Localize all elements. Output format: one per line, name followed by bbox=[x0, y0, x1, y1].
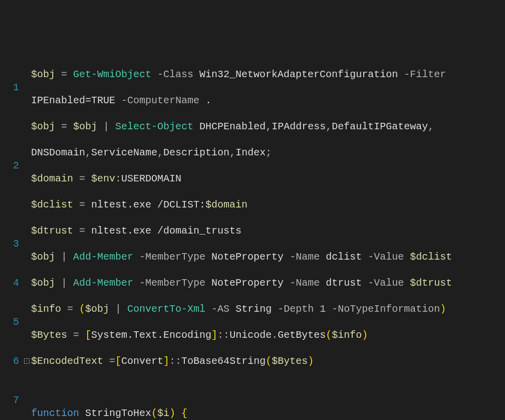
line-number: 2 bbox=[0, 159, 19, 172]
code-line[interactable]: DNSDomain,ServiceName,Description,Index; bbox=[31, 146, 505, 159]
line-number bbox=[0, 198, 19, 212]
fold-margin: - - bbox=[23, 52, 30, 420]
line-number-gutter: 1 2 3 4 5 6 7 8 9 10 11 12 13 14 15 16 1… bbox=[0, 52, 23, 420]
code-line[interactable]: $info = ($obj | ConvertTo-Xml -AS String… bbox=[31, 303, 505, 316]
line-number bbox=[0, 120, 19, 133]
code-line[interactable]: $EncodedText =[Convert]::ToBase64String(… bbox=[31, 355, 505, 368]
line-number: 5 bbox=[0, 316, 19, 329]
code-line[interactable]: function StringToHex($i) { bbox=[31, 407, 505, 420]
line-number: 3 bbox=[0, 238, 19, 251]
code-line[interactable] bbox=[31, 381, 505, 394]
code-line[interactable]: $obj | Add-Member -MemberType NoteProper… bbox=[31, 251, 505, 264]
line-number: 7 bbox=[0, 394, 19, 407]
fold-toggle-icon[interactable]: - bbox=[23, 355, 30, 368]
code-line[interactable]: IPEnabled=TRUE -ComputerName . bbox=[31, 94, 505, 107]
code-area[interactable]: $obj = Get-WmiObject -Class Win32_Networ… bbox=[30, 52, 505, 420]
code-line[interactable]: $domain = $env:USERDOMAIN bbox=[31, 172, 505, 185]
line-number: 6 bbox=[0, 355, 19, 368]
code-line[interactable]: $dclist = nltest.exe /DCLIST:$domain bbox=[31, 198, 505, 212]
code-line[interactable]: $obj = Get-WmiObject -Class Win32_Networ… bbox=[31, 68, 505, 81]
code-line[interactable]: $obj = $obj | Select-Object DHCPEnabled,… bbox=[31, 120, 505, 133]
line-number: 4 bbox=[0, 277, 19, 290]
code-line[interactable]: $obj | Add-Member -MemberType NoteProper… bbox=[31, 277, 505, 290]
code-line[interactable]: $Bytes = [System.Text.Encoding]::Unicode… bbox=[31, 329, 505, 342]
code-editor: 1 2 3 4 5 6 7 8 9 10 11 12 13 14 15 16 1… bbox=[0, 52, 505, 420]
line-number: 1 bbox=[0, 81, 19, 94]
code-line[interactable]: $dtrust = nltest.exe /domain_trusts bbox=[31, 225, 505, 238]
